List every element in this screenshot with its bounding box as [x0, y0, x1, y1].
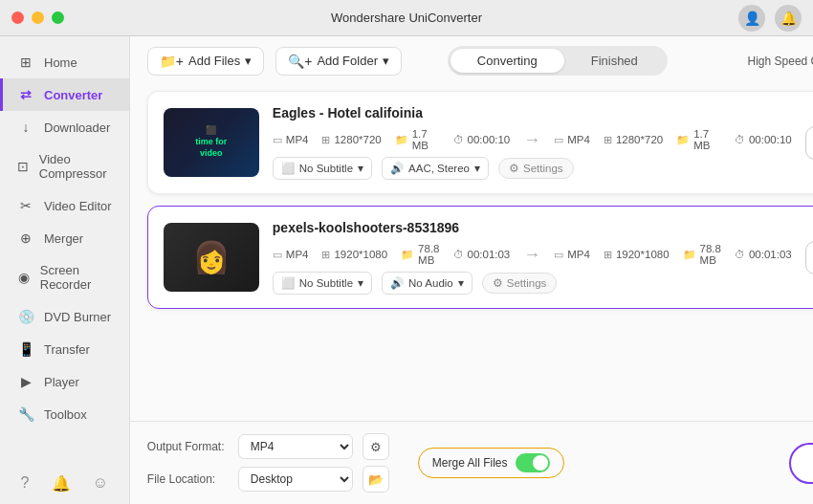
source-meta-2: ▭ MP4 ⊞ 1920*1080 📁 78.8 MB ⏱ — [273, 243, 510, 266]
output-settings-icon[interactable]: ⚙ — [363, 433, 389, 460]
add-files-button[interactable]: 📁+ Add Files ▾ — [147, 47, 264, 76]
file-info-1: Eagles - Hotel califoinia ▭ MP4 ⊞ 1280*7… — [273, 105, 792, 180]
file-options-2: ⬜ No Subtitle ▾ 🔊 No Audio ▾ ⚙ Settings — [273, 272, 792, 295]
compressor-icon: ⊡ — [17, 159, 30, 174]
convert-arrow-icon-2: → — [523, 245, 540, 265]
bell-icon[interactable]: 🔔 — [52, 474, 71, 493]
target-size-1: 📁 1.7 MB — [676, 128, 721, 151]
high-speed-toggle[interactable]: High Speed Conversion — [748, 53, 813, 70]
duration-icon-2t: ⏱ — [735, 249, 745, 260]
bottom-left: Output Format: MP4 MOV AVI MKV ⚙ File Lo… — [147, 433, 389, 493]
settings-button-1[interactable]: ⚙ Settings — [498, 158, 574, 179]
format-icon-t: ▭ — [554, 134, 563, 146]
merge-label: Merge All Files — [432, 456, 508, 470]
target-duration-1: ⏱ 00:00:10 — [735, 134, 792, 145]
source-resolution-2: ⊞ 1920*1080 — [321, 249, 387, 261]
duration-icon-t: ⏱ — [735, 134, 745, 145]
file-location-label: File Location: — [147, 472, 229, 486]
dropdown-arrow-icon-2: ▾ — [383, 54, 389, 68]
sidebar-item-downloader[interactable]: ↓ Downloader — [0, 111, 129, 143]
toolbar: 📁+ Add Files ▾ 🔍+ Add Folder ▾ Convertin… — [130, 36, 813, 85]
titlebar-icons: 👤 🔔 — [738, 5, 802, 32]
window-controls[interactable] — [11, 11, 64, 24]
target-size-2: 📁 78.8 MB — [683, 243, 721, 266]
maximize-button[interactable] — [52, 11, 64, 24]
smiley-icon[interactable]: ☺ — [93, 474, 108, 493]
source-size-2: 📁 78.8 MB — [401, 243, 439, 266]
convert-button-2[interactable]: Convert — [805, 241, 813, 274]
converter-icon: ⇄ — [17, 87, 34, 102]
dropdown-icon-2: ▾ — [474, 162, 480, 175]
sidebar: ⊞ Home ⇄ Converter ↓ Downloader ⊡ Video … — [0, 0, 130, 504]
resolution-icon: ⊞ — [321, 134, 330, 146]
target-duration-2: ⏱ 00:01:03 — [735, 249, 792, 260]
size-icon-2t: 📁 — [683, 249, 696, 261]
downloader-icon: ↓ — [17, 120, 34, 135]
file-meta-row-2: ▭ MP4 ⊞ 1920*1080 📁 78.8 MB ⏱ — [273, 243, 792, 266]
sidebar-item-home[interactable]: ⊞ Home — [0, 46, 129, 78]
resolution-icon-2: ⊞ — [321, 249, 330, 261]
add-folder-icon: 🔍+ — [288, 54, 312, 69]
dropdown-icon: ▾ — [358, 162, 363, 175]
sidebar-item-label: DVD Burner — [44, 310, 111, 324]
audio-select-2[interactable]: 🔊 No Audio ▾ — [382, 272, 472, 295]
bottom-bar: Output Format: MP4 MOV AVI MKV ⚙ File Lo… — [130, 421, 813, 504]
sidebar-item-label: Merger — [44, 231, 83, 246]
notification-icon[interactable]: 🔔 — [775, 5, 802, 32]
file-name-1: Eagles - Hotel califoinia — [273, 105, 792, 121]
dvd-icon: 💿 — [17, 309, 34, 324]
account-icon[interactable]: 👤 — [738, 5, 765, 32]
merge-toggle-switch[interactable] — [516, 453, 550, 472]
sidebar-item-transfer[interactable]: 📱 Transfer — [0, 333, 129, 365]
sidebar-item-screen-recorder[interactable]: ◉ Screen Recorder — [0, 254, 129, 300]
home-icon: ⊞ — [17, 55, 34, 70]
sidebar-item-label: Video Editor — [44, 199, 112, 213]
subtitle-select-2[interactable]: ⬜ No Subtitle ▾ — [273, 272, 372, 295]
merger-icon: ⊕ — [17, 230, 34, 246]
sidebar-item-dvd-burner[interactable]: 💿 DVD Burner — [0, 300, 129, 333]
close-button[interactable] — [11, 11, 24, 24]
sidebar-item-converter[interactable]: ⇄ Converter — [0, 78, 129, 111]
file-location-row: File Location: Desktop Documents Downloa… — [147, 466, 389, 493]
high-speed-label: High Speed Conversion — [748, 55, 813, 68]
sidebar-item-merger[interactable]: ⊕ Merger — [0, 222, 129, 254]
tab-finished[interactable]: Finished — [564, 49, 665, 73]
thumb-text-1: ⬛time forvideo — [195, 125, 227, 159]
settings-icon: ⚙ — [509, 162, 519, 175]
resolution-icon-2t: ⊞ — [604, 249, 612, 261]
audio-select-1[interactable]: 🔊 AAC, Stereo ▾ — [382, 157, 489, 180]
sidebar-item-toolbox[interactable]: 🔧 Toolbox — [0, 398, 129, 430]
source-format-2: ▭ MP4 — [273, 249, 309, 261]
dropdown-icon-4: ▾ — [458, 276, 464, 290]
minimize-button[interactable] — [32, 11, 44, 24]
size-icon: 📁 — [395, 134, 408, 146]
duration-icon-2: ⏱ — [453, 249, 464, 260]
audio-icon-2: 🔊 — [390, 276, 404, 290]
file-location-select[interactable]: Desktop Documents Downloads — [238, 467, 353, 492]
folder-open-icon[interactable]: 📂 — [363, 466, 389, 493]
help-icon[interactable]: ? — [21, 474, 30, 493]
target-format-2: ▭ MP4 — [554, 249, 590, 261]
settings-button-2[interactable]: ⚙ Settings — [482, 273, 558, 294]
sidebar-item-label: Downloader — [44, 121, 110, 135]
sidebar-bottom: ? 🔔 ☺ — [0, 474, 129, 493]
sidebar-item-label: Home — [44, 55, 77, 70]
tab-converting[interactable]: Converting — [450, 49, 564, 73]
start-all-button[interactable]: Start All — [789, 443, 813, 484]
sidebar-item-label: Screen Recorder — [40, 263, 112, 292]
transfer-icon: 📱 — [17, 341, 34, 357]
file-card-2: 👩 pexels-koolshooters-8531896 ▭ MP4 ⊞ 19… — [147, 206, 813, 309]
main-content: 📁+ Add Files ▾ 🔍+ Add Folder ▾ Convertin… — [130, 0, 813, 504]
format-icon-2t: ▭ — [554, 249, 563, 261]
add-folder-button[interactable]: 🔍+ Add Folder ▾ — [275, 47, 402, 76]
sidebar-item-player[interactable]: ▶ Player — [0, 365, 129, 398]
convert-button-1[interactable]: Convert — [805, 126, 813, 160]
output-format-select[interactable]: MP4 MOV AVI MKV — [238, 434, 353, 459]
subtitle-select-1[interactable]: ⬜ No Subtitle ▾ — [273, 157, 372, 180]
dropdown-icon-3: ▾ — [358, 276, 363, 290]
sidebar-item-video-editor[interactable]: ✂ Video Editor — [0, 189, 129, 222]
target-resolution-2: ⊞ 1920*1080 — [604, 249, 670, 261]
subtitle-icon: ⬜ — [281, 162, 295, 175]
format-icon-2: ▭ — [273, 249, 282, 261]
sidebar-item-video-compressor[interactable]: ⊡ Video Compressor — [0, 143, 129, 189]
